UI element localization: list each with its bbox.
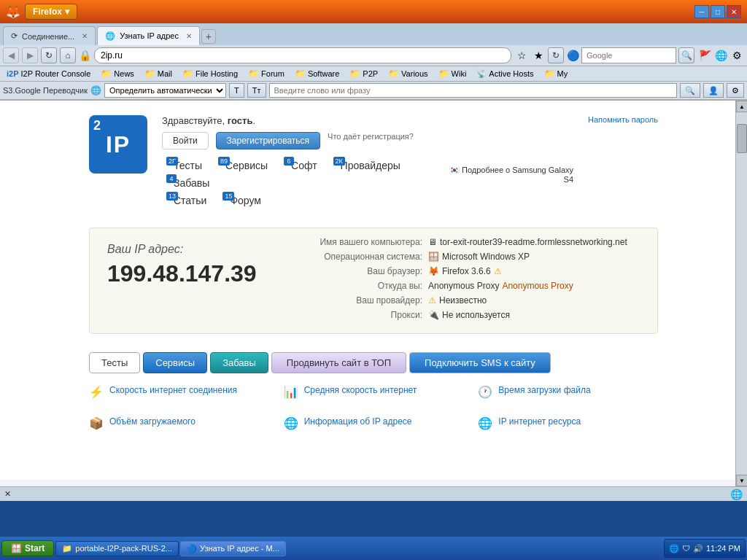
translate-input[interactable]	[269, 83, 678, 98]
provider-value: ⚠ Неизвестно	[428, 295, 487, 306]
address-bar[interactable]	[94, 47, 511, 63]
reload-button[interactable]: ↻	[41, 47, 57, 63]
bookmark-news[interactable]: 📁 News	[97, 68, 138, 79]
start-button[interactable]: 🪟 Start	[1, 540, 54, 556]
remember-password-link[interactable]: Напомнить пароль	[588, 115, 658, 124]
menu-item-tests[interactable]: 2Г Тесты	[162, 157, 214, 174]
bottom-tab-fun[interactable]: Забавы	[210, 352, 268, 373]
folder-icon: 📁	[144, 69, 155, 79]
menu-item-providers[interactable]: 2К Провайдеры	[329, 157, 412, 174]
folder-icon: 📁	[388, 69, 399, 79]
translate-settings-button[interactable]: ⚙	[727, 83, 744, 98]
vertical-scrollbar[interactable]: ▲ ▼	[735, 101, 747, 486]
search-button[interactable]: 🔍	[678, 47, 694, 63]
menu-articles-label: Статьи	[174, 195, 206, 206]
translate-button2[interactable]: Тт	[247, 83, 266, 98]
service-speed[interactable]: ⚡ Скорость интернет соединения	[89, 385, 269, 399]
bookmark-router-console-label: I2P Router Console	[21, 69, 91, 78]
start-windows-icon: 🪟	[11, 543, 22, 553]
translate-button[interactable]: T	[229, 83, 244, 98]
refresh-button[interactable]: ↻	[548, 47, 564, 63]
bookmark-forum[interactable]: 📁 Forum	[244, 68, 288, 79]
samsung-ad[interactable]: 🇰🇷 Подробнее о Samsung Galaxy S4	[448, 166, 573, 184]
bookmark-star-filled-icon[interactable]: ★	[531, 48, 546, 63]
bookmark-file-hosting-label: File Hosting	[196, 69, 238, 78]
menu-item-soft[interactable]: 6 Софт	[279, 157, 329, 174]
login-button[interactable]: Войти	[162, 132, 209, 149]
search-input[interactable]	[581, 47, 676, 63]
register-button[interactable]: Зарегистрироваться	[216, 132, 320, 149]
title-bar: 🦊 Firefox ▾ ─ □ ✕	[0, 0, 747, 23]
bookmark-star-icon[interactable]: ☆	[514, 48, 529, 63]
bottom-tab-sms[interactable]: Подключить SMS к сайту	[409, 352, 551, 373]
tools-icon[interactable]: ⚙	[729, 48, 744, 63]
taskbar-item-0[interactable]: 📁 portable-I2P-pack-RUS-2...	[55, 541, 179, 556]
menu-item-fun[interactable]: 4 Забавы	[162, 174, 221, 192]
firefox-menu-button[interactable]: Firefox ▾	[25, 4, 77, 20]
tray-icon-1: 🌐	[669, 544, 679, 553]
bottom-tab-tests[interactable]: Тесты	[89, 352, 140, 373]
tab-1-icon: 🌐	[105, 31, 115, 41]
translate-go-button[interactable]: 🔍	[680, 83, 700, 98]
browser-value: 🦊 Firefox 3.6.6 ⚠	[428, 266, 502, 276]
service-ip-resource-label: IP интернет ресурса	[498, 416, 581, 427]
tab-1[interactable]: 🌐 Узнать IP адрес ✕	[97, 26, 200, 45]
service-volume[interactable]: 📦 Объём загружаемого	[89, 416, 269, 430]
scroll-down-arrow[interactable]: ▼	[736, 475, 747, 486]
menu-item-forum[interactable]: 15 Форум	[218, 192, 273, 209]
start-label: Start	[25, 543, 44, 553]
tab-0-close[interactable]: ✕	[82, 32, 88, 40]
menu-item-articles[interactable]: 13 Статьи	[162, 192, 218, 209]
maximize-button[interactable]: □	[711, 5, 725, 18]
bookmark-various[interactable]: 📁 Various	[384, 68, 431, 79]
bookmark-file-hosting[interactable]: 📁 File Hosting	[179, 68, 241, 79]
status-icon: 🌐	[730, 489, 743, 500]
extension-icon: 🌐	[713, 48, 728, 63]
language-select[interactable]: Определить автоматически	[104, 83, 226, 98]
samsung-ad-text: Подробнее о Samsung Galaxy S4	[462, 166, 573, 184]
anonymous-proxy-link[interactable]: Anonymous Proxy	[502, 281, 573, 291]
search-area: 🔵 🔍	[567, 47, 694, 63]
bottom-tab-promote[interactable]: Продвинуть сайт в ТОП	[271, 352, 406, 373]
service-ip-resource[interactable]: 🌐 IP интернет ресурса	[478, 416, 658, 430]
bookmark-active-hosts[interactable]: 📡 Active Hosts	[473, 69, 537, 79]
scroll-up-arrow[interactable]: ▲	[736, 101, 747, 112]
bookmark-wiki[interactable]: 📁 Wiki	[435, 68, 471, 79]
status-close-btn[interactable]: ✕	[4, 489, 11, 499]
bookmark-my-label: My	[557, 69, 568, 78]
bottom-tab-services[interactable]: Сервисы	[143, 352, 207, 373]
bookmark-software[interactable]: 📁 Software	[291, 68, 343, 79]
firefox-logo-icon: 🦊	[6, 5, 20, 19]
reg-question-label: Что даёт регистрация?	[328, 132, 414, 141]
scrollbar-thumb[interactable]	[737, 124, 747, 153]
close-button[interactable]: ✕	[727, 5, 741, 18]
taskbar: 🪟 Start 📁 portable-I2P-pack-RUS-2... 🔵 У…	[0, 537, 747, 560]
browser-label: Ваш браузер:	[306, 266, 422, 276]
window-controls: ─ □ ✕	[694, 5, 741, 18]
taskbar-item-1[interactable]: 🔵 Узнать IP адрес - M...	[180, 541, 286, 556]
ip-row-proxy: Прокси: 🔌 Не используется	[306, 310, 646, 320]
taskbar-item-0-label: portable-I2P-pack-RUS-2...	[75, 544, 172, 553]
provider-label: Ваш провайдер:	[306, 295, 422, 306]
menu-item-services[interactable]: 89 Сервисы	[214, 157, 279, 174]
translate-mic-button[interactable]: 👤	[703, 83, 724, 98]
bookmark-mail[interactable]: 📁 Mail	[141, 68, 176, 79]
tab-0[interactable]: ⟳ Соединение... ✕	[3, 26, 96, 45]
bookmark-p2p[interactable]: 📁 P2P	[346, 68, 382, 79]
service-avg-speed[interactable]: 📊 Средняя скорость интернет	[284, 385, 464, 399]
ip-row-hostname: Имя вашего компьютера: 🖥 tor-exit-router…	[306, 237, 646, 247]
tab-1-close[interactable]: ✕	[186, 32, 192, 40]
back-button[interactable]: ◀	[3, 47, 19, 63]
bookmark-my[interactable]: 📁 My	[541, 68, 572, 79]
service-ip-info[interactable]: 🌐 Информация об IP адресе	[284, 416, 464, 430]
bookmark-i2p-router-console[interactable]: i2P I2P Router Console	[3, 69, 94, 79]
service-ip-info-label: Информация об IP адресе	[304, 416, 412, 427]
new-tab-button[interactable]: +	[201, 29, 216, 44]
forward-button[interactable]: ▶	[22, 47, 38, 63]
folder-icon: 📁	[182, 69, 193, 79]
firefox-icon: 🦊	[428, 266, 439, 276]
service-load-time[interactable]: 🕐 Время загрузки файла	[478, 385, 658, 399]
minimize-button[interactable]: ─	[694, 5, 709, 18]
home-button[interactable]: ⌂	[60, 47, 76, 63]
bookmark-various-label: Various	[401, 69, 427, 78]
